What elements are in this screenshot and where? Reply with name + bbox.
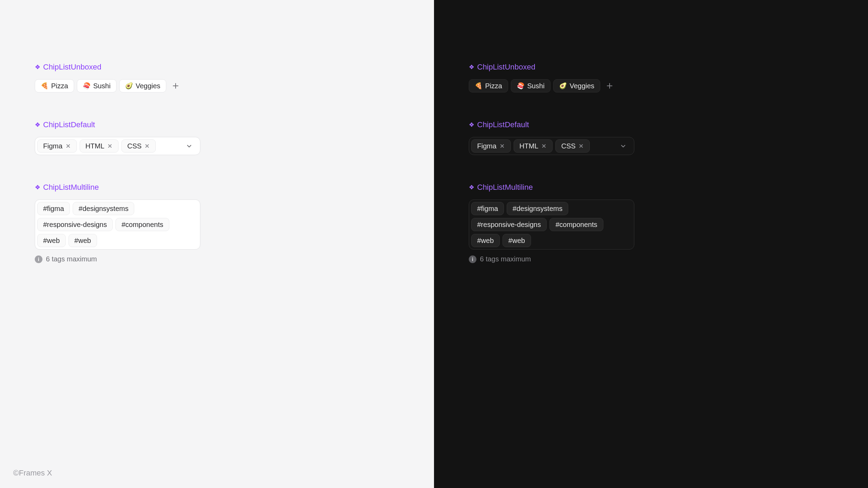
diamond-icon: ❖ [35, 121, 40, 129]
chip-tag[interactable]: #designsystems [507, 202, 568, 215]
remove-chip-button[interactable] [541, 143, 547, 149]
chip-label: #figma [43, 205, 64, 212]
chip-css[interactable]: CSS [555, 139, 590, 153]
section-chiplist-default: ❖ ChipListDefault Figma HTML [469, 120, 833, 155]
helper-text-row: i 6 tags maximum [35, 255, 399, 263]
chip-figma[interactable]: Figma [37, 139, 77, 153]
section-title: ❖ ChipListDefault [35, 120, 399, 129]
chip-tag[interactable]: #components [115, 218, 169, 231]
section-title-text: ChipListDefault [477, 120, 529, 129]
dark-theme-pane: ❖ ChipListUnboxed 🍕 Pizza 🍣 Sushi 🥑 Vegg… [434, 0, 868, 488]
remove-chip-button[interactable] [144, 143, 150, 149]
chip-tag[interactable]: #figma [471, 202, 504, 215]
diamond-icon: ❖ [469, 184, 474, 191]
light-theme-pane: ❖ ChipListUnboxed 🍕 Pizza 🍣 Sushi 🥑 Vegg… [0, 0, 434, 488]
chip-label: Sushi [93, 82, 111, 89]
chip-tag[interactable]: #responsive-designs [37, 218, 113, 231]
chip-veggies[interactable]: 🥑 Veggies [119, 79, 166, 92]
add-chip-button[interactable] [603, 79, 616, 92]
plus-icon [172, 82, 179, 89]
diamond-icon: ❖ [35, 184, 40, 191]
section-title: ❖ ChipListUnboxed [469, 63, 833, 72]
chip-pizza[interactable]: 🍕 Pizza [35, 79, 74, 92]
remove-chip-button[interactable] [65, 143, 71, 149]
chip-pizza[interactable]: 🍕 Pizza [469, 79, 508, 92]
close-icon [145, 144, 150, 148]
remove-chip-button[interactable] [499, 143, 505, 149]
chip-tag[interactable]: #web [503, 234, 531, 247]
chip-label: Pizza [485, 82, 502, 89]
chip-label: HTML [86, 143, 104, 149]
section-title-text: ChipListUnboxed [477, 63, 536, 72]
dropdown-toggle[interactable] [183, 139, 196, 153]
chip-label: #web [43, 237, 60, 244]
chip-label: #figma [477, 205, 498, 212]
section-title-text: ChipListMultiline [477, 183, 533, 192]
chip-row-default: Figma HTML CSS [37, 139, 180, 153]
section-title: ❖ ChipListMultiline [35, 183, 399, 192]
dropdown-toggle[interactable] [617, 139, 630, 153]
avocado-icon: 🥑 [559, 83, 567, 89]
close-icon [66, 144, 71, 148]
chip-veggies[interactable]: 🥑 Veggies [553, 79, 600, 92]
plus-icon [606, 82, 613, 89]
close-icon [500, 144, 505, 148]
chip-tag[interactable]: #components [549, 218, 603, 231]
chip-row-multiline: #figma #designsystems #responsive-design… [37, 202, 198, 247]
remove-chip-button[interactable] [107, 143, 113, 149]
chip-html[interactable]: HTML [80, 139, 119, 153]
section-chiplist-unboxed: ❖ ChipListUnboxed 🍕 Pizza 🍣 Sushi 🥑 Vegg… [35, 63, 399, 92]
chip-label: Pizza [51, 82, 68, 89]
chip-multiline-box[interactable]: #figma #designsystems #responsive-design… [35, 200, 200, 250]
diamond-icon: ❖ [469, 121, 474, 129]
add-chip-button[interactable] [169, 79, 182, 92]
section-chiplist-multiline: ❖ ChipListMultiline #figma #designsystem… [35, 183, 399, 263]
avocado-icon: 🥑 [125, 83, 133, 89]
chevron-down-icon [186, 143, 193, 149]
info-icon: i [469, 255, 476, 263]
section-title-text: ChipListMultiline [43, 183, 99, 192]
chip-label: Figma [43, 143, 63, 149]
chip-multiline-box[interactable]: #figma #designsystems #responsive-design… [469, 200, 634, 250]
chip-tag[interactable]: #designsystems [73, 202, 134, 215]
chip-label: #responsive-designs [477, 221, 541, 228]
chip-label: #components [121, 221, 163, 228]
chip-row-unboxed: 🍕 Pizza 🍣 Sushi 🥑 Veggies [35, 79, 399, 92]
diamond-icon: ❖ [35, 63, 40, 71]
section-title-text: ChipListDefault [43, 120, 95, 129]
chip-row-default: Figma HTML CSS [471, 139, 614, 153]
chip-html[interactable]: HTML [514, 139, 553, 153]
chip-label: Veggies [136, 82, 160, 89]
chip-figma[interactable]: Figma [471, 139, 511, 153]
section-chiplist-default: ❖ ChipListDefault Figma HTML [35, 120, 399, 155]
chip-label: #web [74, 237, 91, 244]
section-title: ❖ ChipListUnboxed [35, 63, 399, 72]
close-icon [579, 144, 584, 148]
pizza-icon: 🍕 [41, 83, 48, 89]
chip-row-unboxed: 🍕 Pizza 🍣 Sushi 🥑 Veggies [469, 79, 833, 92]
info-icon: i [35, 255, 42, 263]
chip-label: HTML [520, 143, 538, 149]
chip-sushi[interactable]: 🍣 Sushi [77, 79, 116, 92]
chip-combobox[interactable]: Figma HTML CSS [469, 137, 634, 155]
close-icon [541, 144, 546, 148]
section-title: ❖ ChipListDefault [469, 120, 833, 129]
chip-tag[interactable]: #web [471, 234, 500, 247]
remove-chip-button[interactable] [578, 143, 584, 149]
chip-label: #components [555, 221, 597, 228]
chip-sushi[interactable]: 🍣 Sushi [511, 79, 550, 92]
chip-tag[interactable]: #responsive-designs [471, 218, 547, 231]
chip-label: #web [508, 237, 525, 244]
chip-tag[interactable]: #web [37, 234, 66, 247]
chip-tag[interactable]: #web [69, 234, 97, 247]
sushi-icon: 🍣 [83, 83, 90, 89]
chevron-down-icon [620, 143, 627, 149]
chip-label: CSS [127, 143, 142, 149]
helper-text: 6 tags maximum [480, 255, 531, 263]
chip-combobox[interactable]: Figma HTML CSS [35, 137, 200, 155]
diamond-icon: ❖ [469, 63, 474, 71]
helper-text: 6 tags maximum [46, 255, 97, 263]
close-icon [107, 144, 112, 148]
chip-css[interactable]: CSS [121, 139, 156, 153]
chip-tag[interactable]: #figma [37, 202, 70, 215]
